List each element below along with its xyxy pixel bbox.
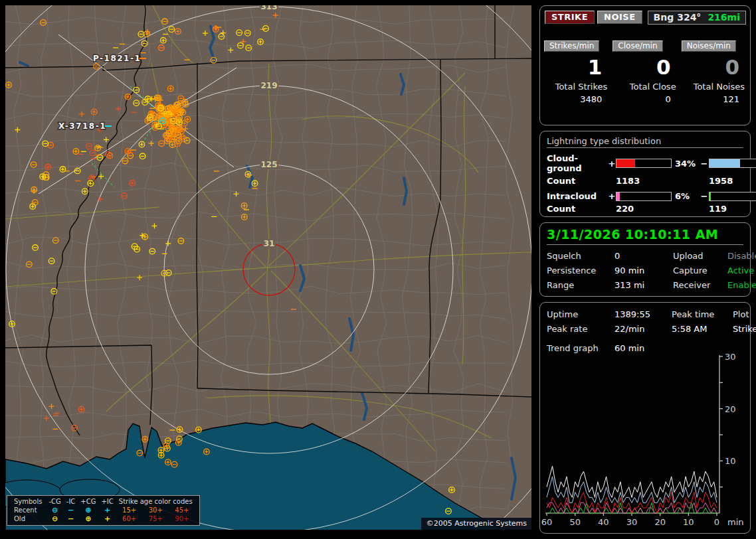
noise-button[interactable]: NOISE [597,11,642,24]
legend-col-pos-cg: +CG [78,497,98,506]
svg-text:60: 60 [541,517,552,527]
intracloud-label: Intracloud [547,191,608,201]
svg-text:40: 40 [598,517,609,527]
plus-sign: + [608,159,616,169]
legend-row-label: Recent [11,506,46,514]
cg-minus-gauge [709,159,756,168]
peak-time-value: 5:58 AM [672,324,733,334]
squelch-label: Squelch [547,251,614,261]
status-panel: 3/11/2026 10:10:11 AM Squelch 0 Upload D… [539,222,751,297]
noises-column: Noises/min 0 Total Noises 121 [682,40,746,104]
cg-plus-count: 1183 [616,176,672,186]
upload-value: Disabled [727,251,756,261]
svg-text:20: 20 [725,404,736,414]
copyright-text: ©2005 Astrogenic Systems [421,518,531,530]
bearing-badge: Bng 324°216mi [648,11,746,25]
map-symbol-legend: Symbols -CG -IC +CG +IC Strike age color… [7,495,200,526]
strikes-per-min-value: 1 [544,52,609,80]
svg-text:313: 313 [260,5,277,11]
age-code: 15+ [116,506,143,514]
ic-minus-count: 119 [709,204,756,214]
age-code: 75+ [142,514,169,523]
ic-plus-gauge [616,192,672,201]
upload-label: Upload [673,251,727,261]
neg-ic-symbol: − [64,506,78,514]
total-noises-label: Total Noises [682,80,746,92]
svg-text:20: 20 [654,517,666,527]
svg-text:P-1821-1: P-1821-1 [93,54,141,63]
neg-cg-symbol: ⊖ [46,506,63,514]
svg-text:30: 30 [725,352,736,362]
pos-cg-symbol: ⊕ [78,514,98,523]
total-strikes-value: 3480 [544,92,609,104]
plot-value: Strike [733,324,756,334]
intracloud-count-row: Count 220 119 [547,204,747,214]
cloud-ground-label: Cloud-ground [547,153,608,173]
capture-value: Active [727,266,756,275]
close-column: Close/min 0 Total Close 0 [613,40,677,104]
uptime-label: Uptime [547,309,614,319]
peak-rate-label: Peak rate [547,324,614,334]
cg-plus-percent: 34% [672,159,700,169]
trend-graph: 1020306050403020100min [541,350,750,530]
total-noises-value: 121 [682,92,746,104]
close-per-min-value: 0 [613,52,677,80]
map-canvas: 31125219313P-1821-1X-3718-1 [5,5,531,530]
uptime-value: 1389:55 [614,309,672,319]
close-per-min-button[interactable]: Close/min [613,40,662,52]
pos-ic-symbol: + [98,506,116,514]
pos-ic-symbol: + [98,514,116,523]
legend-col-pos-ic: +IC [98,497,116,506]
svg-text:10: 10 [725,456,736,466]
legend-col-neg-ic: -IC [64,497,78,506]
persistence-value: 90 min [614,266,673,275]
ic-plus-percent: 6% [672,191,700,201]
cg-plus-gauge [616,159,672,168]
ic-plus-count: 220 [616,204,672,214]
intracloud-row: Intracloud + 6% − 3% [547,191,747,201]
legend-symbols-header: Symbols [11,497,46,506]
receiver-value: Enabled [727,280,756,290]
svg-text:X-3718-1: X-3718-1 [58,121,106,131]
neg-ic-symbol: − [64,514,78,523]
plus-sign: + [608,191,616,201]
stats-trend-panel: Uptime 1389:55 Peak time Plot Peak rate … [539,302,751,534]
total-close-value: 0 [613,92,677,104]
age-code: 90+ [169,514,195,523]
minus-sign: − [700,191,709,201]
svg-text:min: min [727,517,744,527]
svg-text:50: 50 [569,517,581,527]
cg-count-label: Count [547,176,608,186]
legend-age-header: Strike age color codes [116,497,195,506]
plot-label: Plot [733,309,756,319]
noises-per-min-button[interactable]: Noises/min [682,40,736,52]
total-close-label: Total Close [613,80,677,92]
range-label: Range [547,280,614,290]
lightning-map[interactable]: 31125219313P-1821-1X-3718-1 Symbols -CG … [5,5,531,530]
legend-col-neg-cg: -CG [46,497,63,506]
minus-sign: − [700,159,709,169]
persistence-label: Persistence [547,266,614,275]
legend-row-label: Old [11,514,46,523]
strike-button[interactable]: STRIKE [545,11,595,24]
svg-text:219: 219 [260,81,277,90]
svg-text:0: 0 [714,517,719,527]
peak-rate-value: 22/min [614,324,672,334]
bearing-distance: 216mi [708,12,740,23]
receiver-label: Receiver [673,280,727,290]
rates-panel: STRIKENOISE Bng 324°216mi Strikes/min 1 … [539,5,751,125]
noises-per-min-value: 0 [682,52,746,80]
bearing-value: Bng 324° [654,12,702,23]
peak-time-label: Peak time [672,309,733,319]
capture-label: Capture [673,266,727,275]
neg-cg-symbol: ⊖ [46,514,63,523]
age-code: 30+ [142,506,169,514]
svg-text:31: 31 [264,239,275,248]
svg-text:125: 125 [260,160,277,169]
date-time: 3/11/2026 10:10:11 AM [547,227,743,245]
ic-count-label: Count [547,204,608,214]
distribution-title: Lightning type distribution [547,136,743,148]
strikes-per-min-button[interactable]: Strikes/min [544,40,599,52]
strikes-column: Strikes/min 1 Total Strikes 3480 [544,40,609,104]
age-code: 60+ [116,514,143,523]
